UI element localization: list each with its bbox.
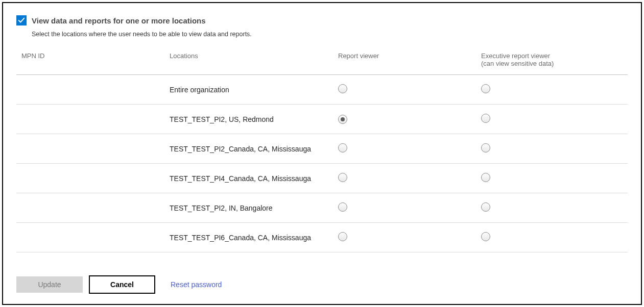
section-subtitle: Select the locations where the user need…	[32, 31, 628, 38]
table-row: TEST_TEST_PI6_Canada, CA, Mississauga	[16, 223, 628, 252]
table-row: TEST_TEST_PI2, US, Redmond	[16, 105, 628, 134]
cell-mpn	[16, 223, 164, 252]
table-row: TEST_TEST_PI2_Canada, CA, Mississauga	[16, 134, 628, 164]
cell-location: TEST_TEST_PI2_Canada, CA, Mississauga	[164, 134, 333, 164]
exec-viewer-radio[interactable]	[481, 143, 490, 152]
footer-actions: Update Cancel Reset password	[16, 275, 222, 294]
table-row: Entire organization	[16, 75, 628, 105]
cell-exec-viewer	[476, 75, 628, 105]
exec-viewer-radio[interactable]	[481, 202, 490, 212]
cell-exec-viewer	[476, 164, 628, 193]
col-header-locations: Locations	[164, 49, 333, 75]
exec-viewer-radio[interactable]	[481, 84, 490, 93]
col-header-exec-viewer: Executive report viewer (can view sensit…	[476, 49, 628, 75]
cell-exec-viewer	[476, 134, 628, 164]
exec-viewer-radio[interactable]	[481, 232, 490, 241]
update-button[interactable]: Update	[16, 276, 83, 293]
permissions-panel: View data and reports for one or more lo…	[2, 2, 642, 305]
cell-report-viewer	[333, 105, 476, 134]
report-viewer-radio[interactable]	[338, 84, 347, 93]
section-header: View data and reports for one or more lo…	[16, 15, 628, 25]
table-row: TEST_TEST_PI4_Canada, CA, Mississauga	[16, 164, 628, 193]
cancel-button[interactable]: Cancel	[89, 275, 155, 294]
exec-viewer-radio[interactable]	[481, 114, 490, 123]
cell-exec-viewer	[476, 193, 628, 223]
cell-mpn	[16, 193, 164, 223]
cell-location: TEST_TEST_PI4_Canada, CA, Mississauga	[164, 164, 333, 193]
exec-viewer-line2: (can view sensitive data)	[481, 60, 623, 67]
cell-report-viewer	[333, 193, 476, 223]
cell-report-viewer	[333, 223, 476, 252]
cell-location: TEST_TEST_PI2, US, Redmond	[164, 105, 333, 134]
cell-report-viewer	[333, 134, 476, 164]
cell-mpn	[16, 105, 164, 134]
reset-password-link[interactable]: Reset password	[171, 280, 222, 289]
cell-mpn	[16, 75, 164, 105]
cell-report-viewer	[333, 164, 476, 193]
cell-exec-viewer	[476, 223, 628, 252]
col-header-mpn: MPN ID	[16, 49, 164, 75]
cell-mpn	[16, 134, 164, 164]
report-viewer-radio[interactable]	[338, 115, 347, 124]
cell-exec-viewer	[476, 105, 628, 134]
cell-location: TEST_TEST_PI2, IN, Bangalore	[164, 193, 333, 223]
report-viewer-radio[interactable]	[338, 143, 347, 152]
report-viewer-radio[interactable]	[338, 173, 347, 182]
cell-report-viewer	[333, 75, 476, 105]
col-header-report-viewer: Report viewer	[333, 49, 476, 75]
locations-table: MPN ID Locations Report viewer Executive…	[16, 49, 628, 252]
cell-location: Entire organization	[164, 75, 333, 105]
view-data-checkbox[interactable]	[16, 15, 27, 25]
report-viewer-radio[interactable]	[338, 202, 347, 212]
exec-viewer-line1: Executive report viewer	[481, 52, 550, 60]
checkmark-icon	[18, 17, 25, 24]
exec-viewer-radio[interactable]	[481, 173, 490, 182]
cell-location: TEST_TEST_PI6_Canada, CA, Mississauga	[164, 223, 333, 252]
cell-mpn	[16, 164, 164, 193]
section-title: View data and reports for one or more lo…	[32, 16, 206, 25]
table-row: TEST_TEST_PI2, IN, Bangalore	[16, 193, 628, 223]
report-viewer-radio[interactable]	[338, 232, 347, 241]
